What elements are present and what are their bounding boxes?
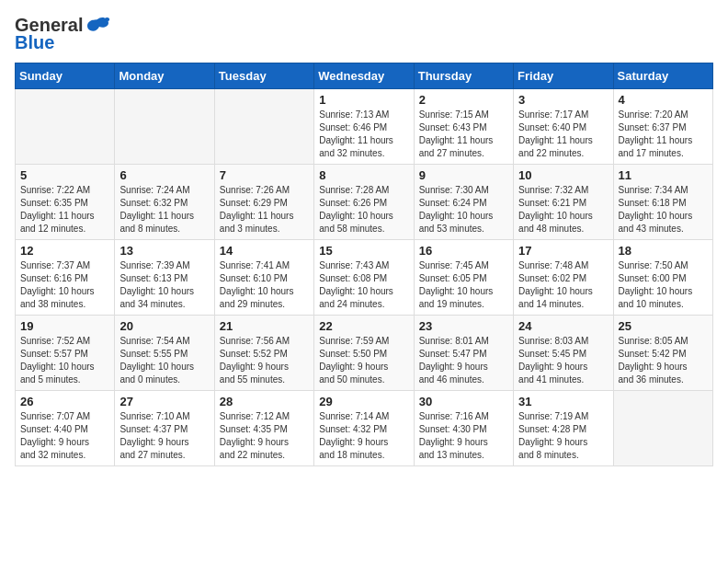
day-number: 27 — [119, 395, 209, 408]
weekday-header-cell: Tuesday — [214, 63, 313, 89]
calendar-day-cell: 20Sunrise: 7:54 AM Sunset: 5:55 PM Dayli… — [115, 316, 214, 391]
calendar-day-cell: 28Sunrise: 7:12 AM Sunset: 4:35 PM Dayli… — [214, 391, 313, 466]
calendar-day-cell: 16Sunrise: 7:45 AM Sunset: 6:05 PM Dayli… — [414, 240, 513, 316]
day-number: 30 — [419, 395, 508, 408]
day-number: 20 — [119, 319, 209, 333]
day-info: Sunrise: 7:20 AM Sunset: 6:37 PM Dayligh… — [619, 109, 708, 160]
day-info: Sunrise: 7:32 AM Sunset: 6:21 PM Dayligh… — [518, 184, 608, 236]
day-info: Sunrise: 7:13 AM Sunset: 6:46 PM Dayligh… — [319, 109, 408, 160]
logo-bird-icon — [85, 16, 110, 36]
day-info: Sunrise: 7:24 AM Sunset: 6:32 PM Dayligh… — [119, 184, 209, 236]
day-info: Sunrise: 7:56 AM Sunset: 5:52 PM Dayligh… — [220, 335, 309, 386]
calendar-day-cell: 11Sunrise: 7:34 AM Sunset: 6:18 PM Dayli… — [613, 165, 712, 240]
day-number: 13 — [119, 244, 209, 258]
day-info: Sunrise: 7:45 AM Sunset: 6:05 PM Dayligh… — [419, 259, 508, 311]
day-info: Sunrise: 7:37 AM Sunset: 6:16 PM Dayligh… — [20, 259, 109, 311]
weekday-header-row: SundayMondayTuesdayWednesdayThursdayFrid… — [16, 63, 713, 89]
day-number: 7 — [220, 168, 309, 182]
day-number: 14 — [220, 244, 309, 258]
day-number: 17 — [518, 244, 608, 258]
day-info: Sunrise: 7:26 AM Sunset: 6:29 PM Dayligh… — [220, 184, 309, 236]
calendar-day-cell: 6Sunrise: 7:24 AM Sunset: 6:32 PM Daylig… — [115, 165, 214, 240]
day-number: 2 — [419, 93, 508, 107]
calendar-day-cell: 21Sunrise: 7:56 AM Sunset: 5:52 PM Dayli… — [214, 316, 313, 391]
day-info: Sunrise: 7:16 AM Sunset: 4:30 PM Dayligh… — [419, 410, 508, 462]
calendar-day-cell: 1Sunrise: 7:13 AM Sunset: 6:46 PM Daylig… — [314, 89, 414, 165]
calendar-day-cell: 14Sunrise: 7:41 AM Sunset: 6:10 PM Dayli… — [214, 240, 313, 316]
calendar-day-cell: 3Sunrise: 7:17 AM Sunset: 6:40 PM Daylig… — [514, 89, 613, 165]
day-info: Sunrise: 7:43 AM Sunset: 6:08 PM Dayligh… — [319, 259, 408, 311]
weekday-header-cell: Saturday — [613, 63, 712, 89]
day-info: Sunrise: 7:54 AM Sunset: 5:55 PM Dayligh… — [119, 335, 209, 386]
calendar-day-cell: 19Sunrise: 7:52 AM Sunset: 5:57 PM Dayli… — [16, 316, 115, 391]
day-number: 12 — [20, 244, 109, 258]
weekday-header-cell: Friday — [514, 63, 613, 89]
day-number: 5 — [20, 168, 109, 182]
calendar-day-cell: 15Sunrise: 7:43 AM Sunset: 6:08 PM Dayli… — [314, 240, 414, 316]
day-number: 24 — [518, 319, 608, 333]
calendar-day-cell: 26Sunrise: 7:07 AM Sunset: 4:40 PM Dayli… — [16, 391, 115, 466]
weekday-header-cell: Monday — [115, 63, 214, 89]
page-header: General Blue — [15, 15, 713, 53]
day-number: 6 — [119, 168, 209, 182]
day-info: Sunrise: 8:03 AM Sunset: 5:45 PM Dayligh… — [518, 335, 608, 386]
day-number: 8 — [319, 168, 408, 182]
day-info: Sunrise: 7:41 AM Sunset: 6:10 PM Dayligh… — [220, 259, 309, 311]
calendar-week-row: 5Sunrise: 7:22 AM Sunset: 6:35 PM Daylig… — [16, 165, 713, 240]
calendar-day-cell: 13Sunrise: 7:39 AM Sunset: 6:13 PM Dayli… — [115, 240, 214, 316]
calendar-day-cell: 7Sunrise: 7:26 AM Sunset: 6:29 PM Daylig… — [214, 165, 313, 240]
day-info: Sunrise: 7:30 AM Sunset: 6:24 PM Dayligh… — [419, 184, 508, 236]
logo-blue-text: Blue — [15, 32, 54, 53]
weekday-header-cell: Sunday — [16, 63, 115, 89]
calendar-day-cell: 29Sunrise: 7:14 AM Sunset: 4:32 PM Dayli… — [314, 391, 414, 466]
day-number: 31 — [518, 395, 608, 408]
day-info: Sunrise: 7:07 AM Sunset: 4:40 PM Dayligh… — [20, 410, 109, 462]
calendar-day-cell: 31Sunrise: 7:19 AM Sunset: 4:28 PM Dayli… — [514, 391, 613, 466]
calendar-day-cell — [16, 89, 115, 165]
calendar-week-row: 12Sunrise: 7:37 AM Sunset: 6:16 PM Dayli… — [16, 240, 713, 316]
day-info: Sunrise: 8:01 AM Sunset: 5:47 PM Dayligh… — [419, 335, 508, 386]
day-info: Sunrise: 7:52 AM Sunset: 5:57 PM Dayligh… — [20, 335, 109, 386]
calendar-day-cell: 17Sunrise: 7:48 AM Sunset: 6:02 PM Dayli… — [514, 240, 613, 316]
calendar-day-cell — [613, 391, 712, 466]
calendar-day-cell: 5Sunrise: 7:22 AM Sunset: 6:35 PM Daylig… — [16, 165, 115, 240]
calendar-day-cell: 23Sunrise: 8:01 AM Sunset: 5:47 PM Dayli… — [414, 316, 513, 391]
day-number: 22 — [319, 319, 408, 333]
day-number: 18 — [619, 244, 708, 258]
calendar-day-cell: 30Sunrise: 7:16 AM Sunset: 4:30 PM Dayli… — [414, 391, 513, 466]
day-number: 16 — [419, 244, 508, 258]
calendar-day-cell — [115, 89, 214, 165]
calendar-day-cell: 9Sunrise: 7:30 AM Sunset: 6:24 PM Daylig… — [414, 165, 513, 240]
day-number: 29 — [319, 395, 408, 408]
calendar-week-row: 1Sunrise: 7:13 AM Sunset: 6:46 PM Daylig… — [16, 89, 713, 165]
calendar-day-cell — [214, 89, 313, 165]
day-info: Sunrise: 7:17 AM Sunset: 6:40 PM Dayligh… — [518, 109, 608, 160]
weekday-header-cell: Thursday — [414, 63, 513, 89]
day-info: Sunrise: 8:05 AM Sunset: 5:42 PM Dayligh… — [619, 335, 708, 386]
day-number: 3 — [518, 93, 608, 107]
day-number: 26 — [20, 395, 109, 408]
day-info: Sunrise: 7:28 AM Sunset: 6:26 PM Dayligh… — [319, 184, 408, 236]
day-info: Sunrise: 7:48 AM Sunset: 6:02 PM Dayligh… — [518, 259, 608, 311]
calendar-body: 1Sunrise: 7:13 AM Sunset: 6:46 PM Daylig… — [16, 89, 713, 466]
calendar-table: SundayMondayTuesdayWednesdayThursdayFrid… — [15, 63, 713, 466]
calendar-week-row: 19Sunrise: 7:52 AM Sunset: 5:57 PM Dayli… — [16, 316, 713, 391]
day-info: Sunrise: 7:10 AM Sunset: 4:37 PM Dayligh… — [119, 410, 209, 462]
day-number: 10 — [518, 168, 608, 182]
calendar-day-cell: 25Sunrise: 8:05 AM Sunset: 5:42 PM Dayli… — [613, 316, 712, 391]
day-number: 9 — [419, 168, 508, 182]
calendar-day-cell: 12Sunrise: 7:37 AM Sunset: 6:16 PM Dayli… — [16, 240, 115, 316]
day-number: 21 — [220, 319, 309, 333]
day-info: Sunrise: 7:39 AM Sunset: 6:13 PM Dayligh… — [119, 259, 209, 311]
day-info: Sunrise: 7:22 AM Sunset: 6:35 PM Dayligh… — [20, 184, 109, 236]
day-info: Sunrise: 7:50 AM Sunset: 6:00 PM Dayligh… — [619, 259, 708, 311]
day-info: Sunrise: 7:19 AM Sunset: 4:28 PM Dayligh… — [518, 410, 608, 462]
day-info: Sunrise: 7:34 AM Sunset: 6:18 PM Dayligh… — [619, 184, 708, 236]
calendar-day-cell: 27Sunrise: 7:10 AM Sunset: 4:37 PM Dayli… — [115, 391, 214, 466]
weekday-header-cell: Wednesday — [314, 63, 414, 89]
calendar-day-cell: 2Sunrise: 7:15 AM Sunset: 6:43 PM Daylig… — [414, 89, 513, 165]
day-number: 11 — [619, 168, 708, 182]
calendar-day-cell: 8Sunrise: 7:28 AM Sunset: 6:26 PM Daylig… — [314, 165, 414, 240]
day-info: Sunrise: 7:14 AM Sunset: 4:32 PM Dayligh… — [319, 410, 408, 462]
day-number: 28 — [220, 395, 309, 408]
